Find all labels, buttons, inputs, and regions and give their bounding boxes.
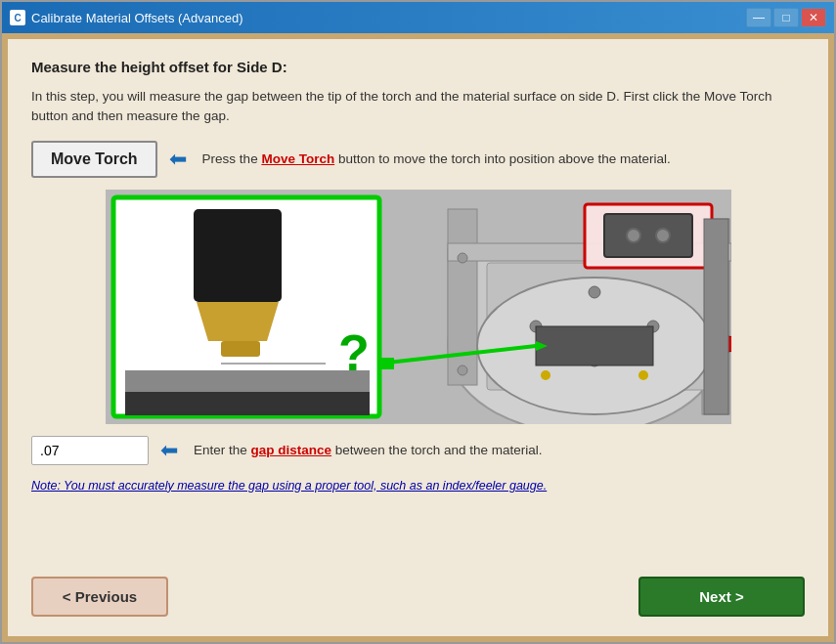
main-window: C Calibrate Material Offsets (Advanced) … (0, 0, 836, 644)
minimize-button[interactable]: — (746, 8, 771, 27)
diagram-area: ? (31, 190, 805, 424)
machine-diagram: ? (106, 190, 731, 424)
move-torch-row: Move Torch ⬅ Press the Move Torch button… (31, 141, 805, 178)
move-torch-highlight: Move Torch (261, 151, 334, 166)
svg-rect-25 (604, 214, 692, 257)
gap-suffix: between the torch and the material. (331, 443, 542, 457)
gap-instruction: Enter the gap distance between the torch… (194, 443, 542, 457)
window-controls: — □ ✕ (746, 8, 826, 27)
svg-point-31 (458, 365, 467, 375)
svg-rect-11 (448, 209, 477, 385)
move-torch-instruction: Press the Move Torch button to move the … (202, 151, 671, 166)
section-heading: Measure the height offset for Side D: (31, 59, 805, 75)
maximize-button[interactable]: □ (773, 8, 799, 27)
svg-rect-29 (704, 219, 728, 414)
close-button[interactable]: ✕ (801, 8, 826, 27)
svg-rect-7 (125, 370, 370, 392)
next-button[interactable]: Next > (638, 577, 805, 617)
svg-point-32 (541, 370, 550, 380)
arrow-icon: ⬅ (169, 147, 187, 172)
gap-prefix: Enter the (194, 443, 251, 457)
svg-point-27 (656, 229, 670, 242)
gap-arrow-icon: ⬅ (160, 438, 178, 463)
footer-row: < Previous Next > (31, 569, 805, 617)
instruction-prefix: Press the (202, 151, 262, 166)
app-icon: C (10, 10, 25, 25)
gap-highlight: gap distance (251, 443, 332, 457)
svg-point-33 (638, 370, 648, 380)
svg-rect-2 (194, 209, 282, 302)
note-text: Note: You must accurately measure the ga… (31, 479, 805, 493)
gap-distance-input[interactable] (31, 436, 149, 465)
content-area: Measure the height offset for Side D: In… (2, 33, 834, 642)
svg-point-26 (627, 229, 640, 242)
svg-rect-20 (536, 326, 653, 365)
window-title: Calibrate Material Offsets (Advanced) (31, 11, 746, 25)
svg-rect-4 (221, 341, 260, 357)
svg-rect-8 (125, 392, 370, 415)
previous-button[interactable]: < Previous (31, 577, 168, 617)
svg-point-30 (458, 253, 467, 263)
instruction-suffix: button to move the torch into position a… (334, 151, 671, 166)
title-bar: C Calibrate Material Offsets (Advanced) … (2, 2, 834, 33)
gap-input-row: ⬅ Enter the gap distance between the tor… (31, 436, 805, 465)
description-text: In this step, you will measure the gap b… (31, 87, 805, 127)
move-torch-button[interactable]: Move Torch (31, 141, 157, 178)
svg-marker-23 (379, 358, 394, 369)
svg-point-18 (589, 286, 600, 298)
svg-marker-3 (197, 302, 279, 341)
